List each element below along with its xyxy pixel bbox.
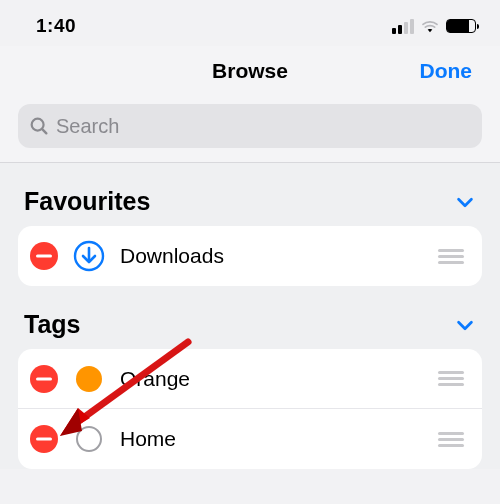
status-icons bbox=[392, 19, 476, 34]
search-placeholder: Search bbox=[56, 115, 119, 138]
list-item[interactable]: Downloads bbox=[18, 226, 482, 286]
row-label: Downloads bbox=[120, 244, 424, 268]
nav-bar: Browse Done bbox=[0, 46, 500, 96]
battery-icon bbox=[446, 19, 476, 33]
page-title: Browse bbox=[212, 59, 288, 83]
tags-card: Orange Home bbox=[18, 349, 482, 469]
done-button[interactable]: Done bbox=[420, 59, 473, 83]
status-time: 1:40 bbox=[36, 15, 76, 37]
remove-button[interactable] bbox=[30, 242, 58, 270]
search-wrap: Search bbox=[0, 96, 500, 162]
section-title: Favourites bbox=[24, 187, 150, 216]
remove-button[interactable] bbox=[30, 365, 58, 393]
cell-signal-icon bbox=[392, 19, 414, 34]
remove-button[interactable] bbox=[30, 425, 58, 453]
svg-line-1 bbox=[42, 129, 46, 133]
favourites-card: Downloads bbox=[18, 226, 482, 286]
reorder-handle-icon[interactable] bbox=[438, 371, 472, 386]
tag-color-icon bbox=[72, 362, 106, 396]
content: Favourites Downloads Tags bbox=[0, 163, 500, 469]
wifi-icon bbox=[420, 19, 440, 33]
reorder-handle-icon[interactable] bbox=[438, 249, 472, 264]
reorder-handle-icon[interactable] bbox=[438, 432, 472, 447]
list-item[interactable]: Home bbox=[18, 409, 482, 469]
search-icon bbox=[28, 115, 50, 137]
tag-empty-icon bbox=[72, 422, 106, 456]
section-title: Tags bbox=[24, 310, 81, 339]
section-header-tags[interactable]: Tags bbox=[18, 286, 482, 349]
section-header-favourites[interactable]: Favourites bbox=[18, 163, 482, 226]
chevron-down-icon bbox=[454, 314, 476, 336]
status-bar: 1:40 bbox=[0, 0, 500, 46]
search-input[interactable]: Search bbox=[18, 104, 482, 148]
row-label: Home bbox=[120, 427, 424, 451]
download-icon bbox=[72, 239, 106, 273]
list-item[interactable]: Orange bbox=[18, 349, 482, 409]
chevron-down-icon bbox=[454, 191, 476, 213]
row-label: Orange bbox=[120, 367, 424, 391]
